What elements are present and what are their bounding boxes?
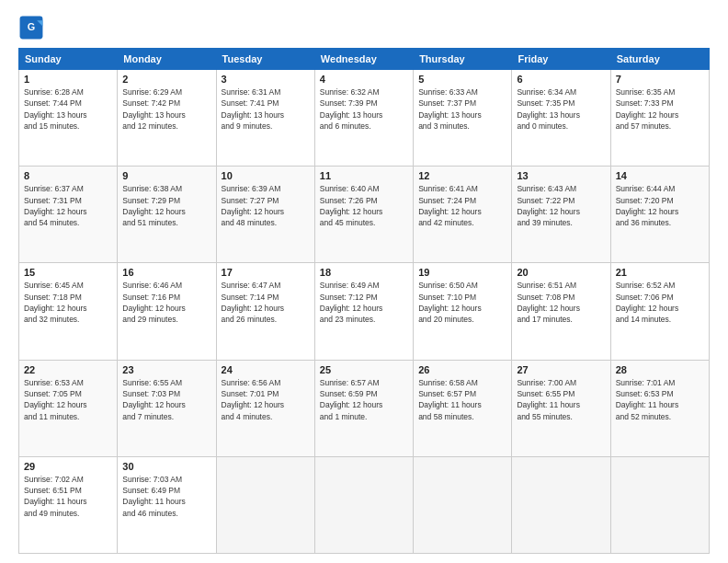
day-detail: Sunrise: 6:39 AM Sunset: 7:27 PM Dayligh…	[222, 183, 310, 228]
day-number: 22	[24, 364, 112, 375]
table-row: 28Sunrise: 7:01 AM Sunset: 6:53 PM Dayli…	[610, 360, 709, 456]
table-row: 20Sunrise: 6:51 AM Sunset: 7:08 PM Dayli…	[512, 263, 610, 360]
table-row: 11Sunrise: 6:40 AM Sunset: 7:26 PM Dayli…	[314, 167, 413, 263]
day-number: 27	[517, 364, 605, 375]
day-number: 18	[320, 267, 408, 278]
table-row	[512, 456, 610, 553]
day-detail: Sunrise: 7:03 AM Sunset: 6:49 PM Dayligh…	[122, 474, 210, 519]
table-row: 26Sunrise: 6:58 AM Sunset: 6:57 PM Dayli…	[414, 360, 512, 456]
day-number: 5	[418, 74, 506, 85]
col-header-saturday: Saturday	[610, 49, 709, 70]
table-row: 21Sunrise: 6:52 AM Sunset: 7:06 PM Dayli…	[610, 263, 709, 360]
svg-text:G: G	[28, 21, 35, 32]
day-number: 20	[517, 267, 605, 278]
day-detail: Sunrise: 7:00 AM Sunset: 6:55 PM Dayligh…	[517, 377, 605, 422]
table-row	[414, 456, 512, 553]
day-detail: Sunrise: 6:33 AM Sunset: 7:37 PM Dayligh…	[418, 86, 506, 132]
day-number: 8	[24, 170, 112, 181]
day-detail: Sunrise: 6:46 AM Sunset: 7:16 PM Dayligh…	[122, 280, 210, 325]
day-detail: Sunrise: 6:31 AM Sunset: 7:41 PM Dayligh…	[222, 86, 310, 132]
table-row: 10Sunrise: 6:39 AM Sunset: 7:27 PM Dayli…	[216, 167, 314, 263]
table-row: 6Sunrise: 6:34 AM Sunset: 7:35 PM Daylig…	[512, 70, 610, 167]
day-detail: Sunrise: 6:40 AM Sunset: 7:26 PM Dayligh…	[320, 183, 408, 228]
col-header-thursday: Thursday	[414, 49, 512, 70]
day-number: 9	[122, 170, 210, 181]
table-row: 2Sunrise: 6:29 AM Sunset: 7:42 PM Daylig…	[118, 70, 216, 167]
day-number: 29	[24, 461, 112, 472]
day-detail: Sunrise: 6:45 AM Sunset: 7:18 PM Dayligh…	[24, 280, 112, 325]
day-detail: Sunrise: 6:37 AM Sunset: 7:31 PM Dayligh…	[24, 183, 112, 228]
day-number: 6	[517, 74, 605, 85]
day-detail: Sunrise: 6:32 AM Sunset: 7:39 PM Dayligh…	[320, 86, 408, 132]
day-detail: Sunrise: 6:52 AM Sunset: 7:06 PM Dayligh…	[616, 280, 704, 325]
table-row: 9Sunrise: 6:38 AM Sunset: 7:29 PM Daylig…	[118, 167, 216, 263]
day-number: 19	[418, 267, 506, 278]
table-row	[314, 456, 413, 553]
table-row: 14Sunrise: 6:44 AM Sunset: 7:20 PM Dayli…	[610, 167, 709, 263]
table-row: 25Sunrise: 6:57 AM Sunset: 6:59 PM Dayli…	[314, 360, 413, 456]
col-header-sunday: Sunday	[19, 49, 118, 70]
day-number: 14	[616, 170, 704, 181]
day-number: 11	[320, 170, 408, 181]
day-number: 26	[418, 364, 506, 375]
day-number: 28	[616, 364, 704, 375]
day-detail: Sunrise: 7:02 AM Sunset: 6:51 PM Dayligh…	[24, 474, 112, 519]
day-number: 17	[222, 267, 310, 278]
table-row: 18Sunrise: 6:49 AM Sunset: 7:12 PM Dayli…	[314, 263, 413, 360]
col-header-tuesday: Tuesday	[216, 49, 314, 70]
day-detail: Sunrise: 6:47 AM Sunset: 7:14 PM Dayligh…	[222, 280, 310, 325]
day-number: 30	[122, 461, 210, 472]
day-number: 12	[418, 170, 506, 181]
day-number: 15	[24, 267, 112, 278]
day-detail: Sunrise: 6:38 AM Sunset: 7:29 PM Dayligh…	[122, 183, 210, 228]
day-number: 21	[616, 267, 704, 278]
logo: G	[18, 15, 48, 40]
header: G	[18, 15, 710, 40]
day-number: 7	[616, 74, 704, 85]
table-row: 27Sunrise: 7:00 AM Sunset: 6:55 PM Dayli…	[512, 360, 610, 456]
table-row: 22Sunrise: 6:53 AM Sunset: 7:05 PM Dayli…	[19, 360, 118, 456]
day-number: 13	[517, 170, 605, 181]
day-detail: Sunrise: 6:34 AM Sunset: 7:35 PM Dayligh…	[517, 86, 605, 132]
day-detail: Sunrise: 6:43 AM Sunset: 7:22 PM Dayligh…	[517, 183, 605, 228]
table-row	[216, 456, 314, 553]
day-number: 23	[122, 364, 210, 375]
table-row: 4Sunrise: 6:32 AM Sunset: 7:39 PM Daylig…	[314, 70, 413, 167]
table-row: 16Sunrise: 6:46 AM Sunset: 7:16 PM Dayli…	[118, 263, 216, 360]
logo-icon: G	[18, 15, 44, 40]
table-row: 15Sunrise: 6:45 AM Sunset: 7:18 PM Dayli…	[19, 263, 118, 360]
table-row: 12Sunrise: 6:41 AM Sunset: 7:24 PM Dayli…	[414, 167, 512, 263]
col-header-wednesday: Wednesday	[314, 49, 413, 70]
day-detail: Sunrise: 7:01 AM Sunset: 6:53 PM Dayligh…	[616, 377, 704, 422]
table-row: 24Sunrise: 6:56 AM Sunset: 7:01 PM Dayli…	[216, 360, 314, 456]
day-detail: Sunrise: 6:41 AM Sunset: 7:24 PM Dayligh…	[418, 183, 506, 228]
table-row: 1Sunrise: 6:28 AM Sunset: 7:44 PM Daylig…	[19, 70, 118, 167]
day-number: 16	[122, 267, 210, 278]
day-number: 25	[320, 364, 408, 375]
day-detail: Sunrise: 6:50 AM Sunset: 7:10 PM Dayligh…	[418, 280, 506, 325]
table-row: 29Sunrise: 7:02 AM Sunset: 6:51 PM Dayli…	[19, 456, 118, 553]
day-number: 10	[222, 170, 310, 181]
day-detail: Sunrise: 6:57 AM Sunset: 6:59 PM Dayligh…	[320, 377, 408, 422]
day-detail: Sunrise: 6:28 AM Sunset: 7:44 PM Dayligh…	[24, 86, 112, 132]
page: G SundayMondayTuesdayWednesdayThursdayFr…	[0, 0, 728, 563]
day-detail: Sunrise: 6:44 AM Sunset: 7:20 PM Dayligh…	[616, 183, 704, 228]
day-detail: Sunrise: 6:35 AM Sunset: 7:33 PM Dayligh…	[616, 86, 704, 132]
table-row: 3Sunrise: 6:31 AM Sunset: 7:41 PM Daylig…	[216, 70, 314, 167]
day-detail: Sunrise: 6:53 AM Sunset: 7:05 PM Dayligh…	[24, 377, 112, 422]
table-row: 5Sunrise: 6:33 AM Sunset: 7:37 PM Daylig…	[414, 70, 512, 167]
table-row: 8Sunrise: 6:37 AM Sunset: 7:31 PM Daylig…	[19, 167, 118, 263]
table-row: 7Sunrise: 6:35 AM Sunset: 7:33 PM Daylig…	[610, 70, 709, 167]
table-row: 30Sunrise: 7:03 AM Sunset: 6:49 PM Dayli…	[118, 456, 216, 553]
day-detail: Sunrise: 6:56 AM Sunset: 7:01 PM Dayligh…	[222, 377, 310, 422]
calendar-table: SundayMondayTuesdayWednesdayThursdayFrid…	[18, 48, 710, 554]
day-number: 4	[320, 74, 408, 85]
col-header-friday: Friday	[512, 49, 610, 70]
day-detail: Sunrise: 6:29 AM Sunset: 7:42 PM Dayligh…	[122, 86, 210, 132]
table-row: 19Sunrise: 6:50 AM Sunset: 7:10 PM Dayli…	[414, 263, 512, 360]
col-header-monday: Monday	[118, 49, 216, 70]
day-detail: Sunrise: 6:58 AM Sunset: 6:57 PM Dayligh…	[418, 377, 506, 422]
table-row: 13Sunrise: 6:43 AM Sunset: 7:22 PM Dayli…	[512, 167, 610, 263]
day-number: 24	[222, 364, 310, 375]
table-row: 23Sunrise: 6:55 AM Sunset: 7:03 PM Dayli…	[118, 360, 216, 456]
